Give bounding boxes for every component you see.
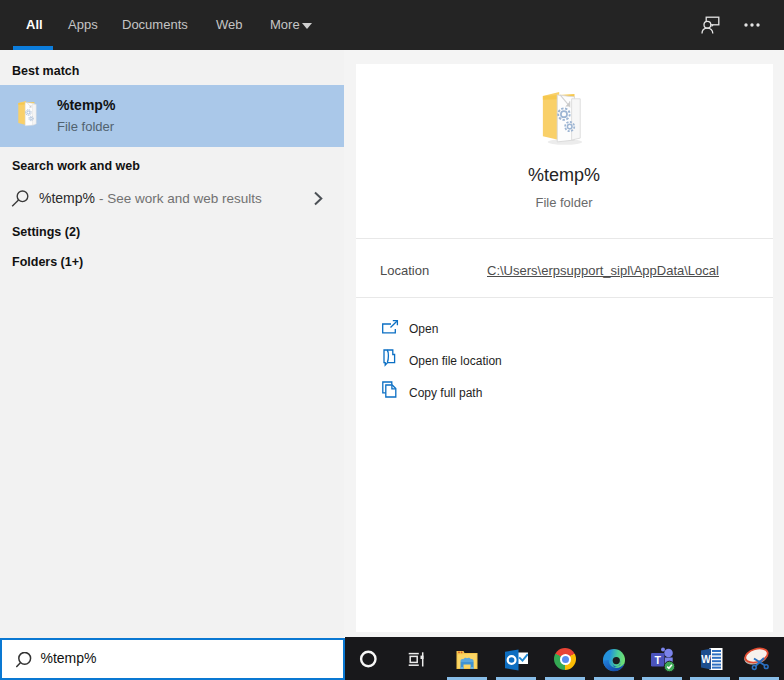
svg-text:T: T bbox=[654, 654, 661, 666]
svg-text:W: W bbox=[701, 654, 711, 665]
